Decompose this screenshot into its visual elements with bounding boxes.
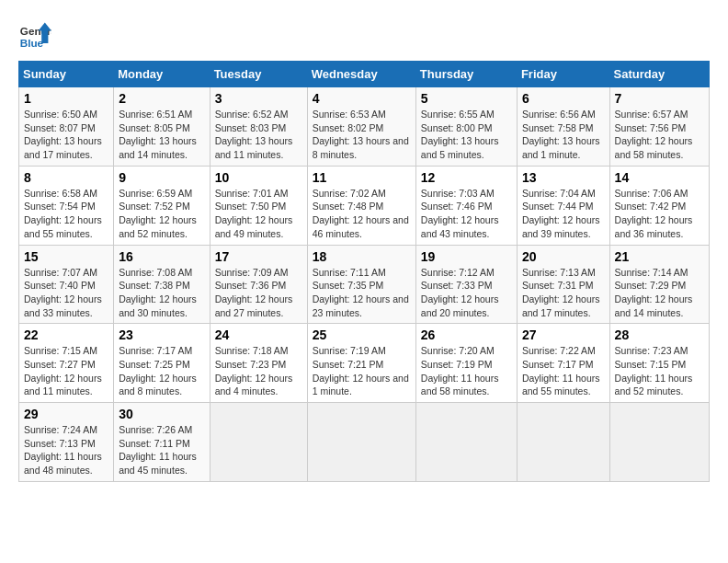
day-number: 6	[522, 91, 605, 106]
day-number: 14	[615, 170, 704, 185]
day-info: Sunrise: 7:18 AM Sunset: 7:23 PM Dayligh…	[215, 345, 293, 396]
day-number: 17	[215, 249, 302, 264]
logo-icon: General Blue	[18, 18, 51, 52]
day-info: Sunrise: 7:15 AM Sunset: 7:27 PM Dayligh…	[24, 345, 102, 396]
day-info: Sunrise: 6:56 AM Sunset: 7:58 PM Dayligh…	[522, 109, 600, 160]
day-info: Sunrise: 7:04 AM Sunset: 7:44 PM Dayligh…	[522, 188, 600, 239]
day-info: Sunrise: 6:51 AM Sunset: 8:05 PM Dayligh…	[119, 109, 197, 160]
day-info: Sunrise: 7:03 AM Sunset: 7:46 PM Dayligh…	[421, 188, 499, 239]
calendar-cell	[609, 403, 709, 482]
calendar-cell: 27 Sunrise: 7:22 AM Sunset: 7:17 PM Dayl…	[517, 324, 609, 403]
calendar-cell	[415, 403, 517, 482]
calendar-cell: 24 Sunrise: 7:18 AM Sunset: 7:23 PM Dayl…	[210, 324, 307, 403]
day-info: Sunrise: 7:24 AM Sunset: 7:13 PM Dayligh…	[24, 424, 102, 476]
day-number: 21	[615, 249, 704, 264]
header-monday: Monday	[114, 62, 210, 87]
calendar-cell: 14 Sunrise: 7:06 AM Sunset: 7:42 PM Dayl…	[609, 166, 709, 245]
day-info: Sunrise: 7:17 AM Sunset: 7:25 PM Dayligh…	[119, 345, 197, 396]
day-info: Sunrise: 7:09 AM Sunset: 7:36 PM Dayligh…	[215, 267, 293, 318]
calendar-cell: 6 Sunrise: 6:56 AM Sunset: 7:58 PM Dayli…	[517, 87, 609, 167]
week-row-4: 22 Sunrise: 7:15 AM Sunset: 7:27 PM Dayl…	[19, 324, 710, 403]
header-friday: Friday	[517, 62, 609, 87]
day-number: 5	[421, 91, 512, 106]
week-row-3: 15 Sunrise: 7:07 AM Sunset: 7:40 PM Dayl…	[19, 245, 710, 324]
day-info: Sunrise: 6:58 AM Sunset: 7:54 PM Dayligh…	[24, 188, 102, 239]
calendar-cell: 11 Sunrise: 7:02 AM Sunset: 7:48 PM Dayl…	[307, 166, 415, 245]
page-header: General Blue	[18, 18, 710, 52]
day-info: Sunrise: 7:01 AM Sunset: 7:50 PM Dayligh…	[215, 188, 293, 239]
calendar-cell: 1 Sunrise: 6:50 AM Sunset: 8:07 PM Dayli…	[19, 87, 114, 167]
calendar-cell: 25 Sunrise: 7:19 AM Sunset: 7:21 PM Dayl…	[307, 324, 415, 403]
calendar-cell: 29 Sunrise: 7:24 AM Sunset: 7:13 PM Dayl…	[19, 403, 114, 482]
calendar-cell: 17 Sunrise: 7:09 AM Sunset: 7:36 PM Dayl…	[210, 245, 307, 324]
calendar-cell: 2 Sunrise: 6:51 AM Sunset: 8:05 PM Dayli…	[114, 87, 210, 167]
calendar-cell: 8 Sunrise: 6:58 AM Sunset: 7:54 PM Dayli…	[19, 166, 114, 245]
day-number: 25	[313, 327, 411, 342]
day-number: 22	[24, 327, 108, 342]
day-number: 7	[615, 91, 704, 106]
day-info: Sunrise: 7:23 AM Sunset: 7:15 PM Dayligh…	[615, 345, 693, 396]
calendar-cell: 22 Sunrise: 7:15 AM Sunset: 7:27 PM Dayl…	[19, 324, 114, 403]
day-number: 28	[615, 327, 704, 342]
calendar-cell: 28 Sunrise: 7:23 AM Sunset: 7:15 PM Dayl…	[609, 324, 709, 403]
calendar-cell: 30 Sunrise: 7:26 AM Sunset: 7:11 PM Dayl…	[114, 403, 210, 482]
day-number: 3	[215, 91, 302, 106]
day-number: 18	[313, 249, 411, 264]
day-number: 9	[119, 170, 204, 185]
day-number: 2	[119, 91, 204, 106]
day-info: Sunrise: 7:07 AM Sunset: 7:40 PM Dayligh…	[24, 267, 102, 318]
day-info: Sunrise: 7:22 AM Sunset: 7:17 PM Dayligh…	[522, 345, 600, 396]
header-saturday: Saturday	[609, 62, 709, 87]
calendar-cell: 23 Sunrise: 7:17 AM Sunset: 7:25 PM Dayl…	[114, 324, 210, 403]
day-number: 26	[421, 327, 512, 342]
calendar-cell: 26 Sunrise: 7:20 AM Sunset: 7:19 PM Dayl…	[415, 324, 517, 403]
day-info: Sunrise: 7:13 AM Sunset: 7:31 PM Dayligh…	[522, 267, 600, 318]
day-info: Sunrise: 6:55 AM Sunset: 8:00 PM Dayligh…	[421, 109, 499, 160]
calendar-table: SundayMondayTuesdayWednesdayThursdayFrid…	[18, 61, 710, 482]
day-info: Sunrise: 7:06 AM Sunset: 7:42 PM Dayligh…	[615, 188, 693, 239]
calendar-cell: 21 Sunrise: 7:14 AM Sunset: 7:29 PM Dayl…	[609, 245, 709, 324]
svg-text:Blue: Blue	[20, 37, 44, 49]
calendar-cell: 9 Sunrise: 6:59 AM Sunset: 7:52 PM Dayli…	[114, 166, 210, 245]
day-info: Sunrise: 6:59 AM Sunset: 7:52 PM Dayligh…	[119, 188, 197, 239]
day-info: Sunrise: 7:12 AM Sunset: 7:33 PM Dayligh…	[421, 267, 499, 318]
day-info: Sunrise: 7:02 AM Sunset: 7:48 PM Dayligh…	[313, 188, 409, 239]
header-wednesday: Wednesday	[307, 62, 415, 87]
calendar-cell: 13 Sunrise: 7:04 AM Sunset: 7:44 PM Dayl…	[517, 166, 609, 245]
calendar-cell: 19 Sunrise: 7:12 AM Sunset: 7:33 PM Dayl…	[415, 245, 517, 324]
day-info: Sunrise: 6:50 AM Sunset: 8:07 PM Dayligh…	[24, 109, 102, 160]
calendar-cell: 15 Sunrise: 7:07 AM Sunset: 7:40 PM Dayl…	[19, 245, 114, 324]
day-info: Sunrise: 7:11 AM Sunset: 7:35 PM Dayligh…	[313, 267, 409, 318]
day-info: Sunrise: 7:14 AM Sunset: 7:29 PM Dayligh…	[615, 267, 693, 318]
day-info: Sunrise: 6:53 AM Sunset: 8:02 PM Dayligh…	[313, 109, 409, 160]
day-number: 30	[119, 407, 204, 421]
header-tuesday: Tuesday	[210, 62, 307, 87]
calendar-cell: 10 Sunrise: 7:01 AM Sunset: 7:50 PM Dayl…	[210, 166, 307, 245]
logo: General Blue	[18, 18, 51, 52]
calendar-cell: 5 Sunrise: 6:55 AM Sunset: 8:00 PM Dayli…	[415, 87, 517, 167]
day-number: 19	[421, 249, 512, 264]
day-number: 1	[24, 91, 108, 106]
calendar-cell: 12 Sunrise: 7:03 AM Sunset: 7:46 PM Dayl…	[415, 166, 517, 245]
calendar-cell: 20 Sunrise: 7:13 AM Sunset: 7:31 PM Dayl…	[517, 245, 609, 324]
day-info: Sunrise: 6:52 AM Sunset: 8:03 PM Dayligh…	[215, 109, 293, 160]
day-info: Sunrise: 7:08 AM Sunset: 7:38 PM Dayligh…	[119, 267, 197, 318]
day-info: Sunrise: 7:20 AM Sunset: 7:19 PM Dayligh…	[421, 345, 499, 396]
day-number: 20	[522, 249, 605, 264]
week-row-5: 29 Sunrise: 7:24 AM Sunset: 7:13 PM Dayl…	[19, 403, 710, 482]
week-row-1: 1 Sunrise: 6:50 AM Sunset: 8:07 PM Dayli…	[19, 87, 710, 167]
day-info: Sunrise: 7:19 AM Sunset: 7:21 PM Dayligh…	[313, 345, 409, 396]
day-info: Sunrise: 7:26 AM Sunset: 7:11 PM Dayligh…	[119, 424, 197, 476]
header-thursday: Thursday	[415, 62, 517, 87]
day-number: 24	[215, 327, 302, 342]
calendar-cell: 7 Sunrise: 6:57 AM Sunset: 7:56 PM Dayli…	[609, 87, 709, 167]
day-number: 8	[24, 170, 108, 185]
day-number: 23	[119, 327, 204, 342]
day-number: 11	[313, 170, 411, 185]
calendar-header-row: SundayMondayTuesdayWednesdayThursdayFrid…	[19, 62, 710, 87]
day-number: 16	[119, 249, 204, 264]
calendar-cell: 3 Sunrise: 6:52 AM Sunset: 8:03 PM Dayli…	[210, 87, 307, 167]
day-number: 13	[522, 170, 605, 185]
day-number: 10	[215, 170, 302, 185]
day-number: 4	[313, 91, 411, 106]
